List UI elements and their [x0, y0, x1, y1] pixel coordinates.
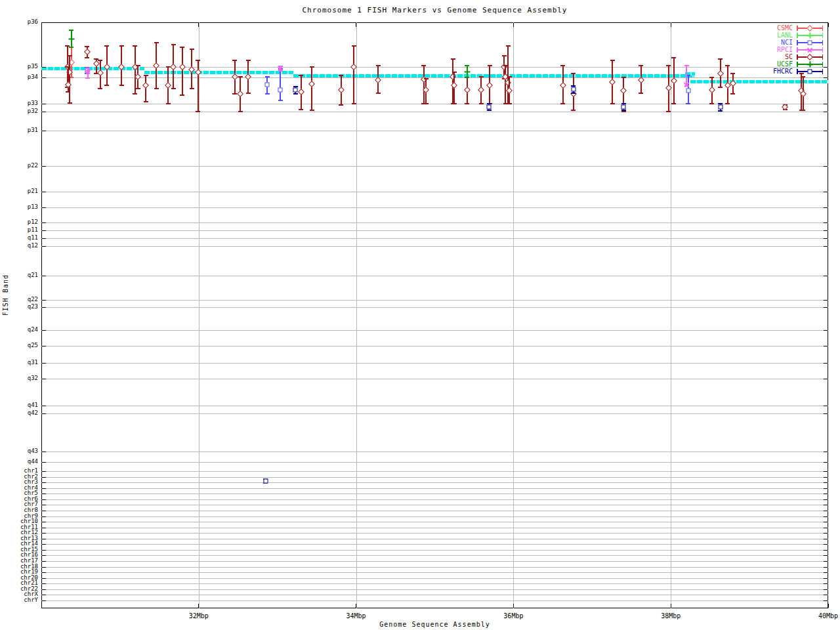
error-bar-cap-top [465, 65, 469, 66]
fhcrc-marker [293, 88, 298, 93]
y-tick-label: q41 [1, 402, 38, 408]
y-gridline [41, 462, 828, 463]
y-tick-left [42, 330, 46, 331]
error-bar-cap-top [69, 30, 74, 31]
y-tick-label: p21 [1, 188, 38, 194]
legend-sample-stroke [822, 26, 824, 31]
y-tick-label: p35 [1, 64, 38, 70]
x-tick-top [356, 23, 356, 27]
error-bar-cap-bottom [69, 47, 74, 48]
y-tick-right [824, 522, 828, 522]
y-tick-right [824, 300, 828, 301]
error-bar-cap-top [610, 60, 615, 61]
legend-sample-stroke [797, 47, 798, 52]
error-bar-cap-top [452, 72, 457, 73]
error-bar-cap-bottom [310, 110, 314, 111]
y-tick-label: q44 [1, 459, 38, 465]
legend-sample-stroke [822, 40, 824, 45]
y-gridline [41, 330, 828, 331]
y-tick-label: p22 [1, 163, 38, 169]
error-bar-cap-top [136, 65, 140, 66]
x-gridline [513, 22, 514, 608]
error-bar-cap-top [196, 60, 200, 61]
y-tick-right [824, 462, 828, 463]
error-bar-cap-bottom [487, 110, 492, 111]
error-bar-cap-top [171, 44, 176, 45]
x-tick-top [513, 23, 514, 27]
y-tick-right [824, 499, 828, 500]
y-gridline [41, 533, 828, 534]
y-tick-right [824, 494, 828, 494]
y-tick-right [824, 533, 828, 534]
y-tick-right [824, 104, 828, 104]
y-tick-left [42, 482, 46, 483]
y-tick-right [824, 222, 828, 223]
legend-marker [808, 41, 812, 45]
error-bar-cap-top [376, 65, 381, 66]
error-bar-cap-bottom [265, 93, 270, 94]
y-tick-label: q42 [1, 410, 38, 416]
y-tick-left [42, 555, 46, 556]
error-bar-line [68, 67, 69, 92]
error-bar-cap-bottom [571, 93, 576, 94]
y-tick-label: q25 [1, 343, 38, 348]
error-bar-cap-top [85, 46, 89, 47]
error-bar-cap-bottom [85, 77, 90, 79]
y-tick-left [42, 494, 46, 494]
y-gridline [41, 505, 828, 505]
y-gridline [41, 413, 828, 414]
x-gridline [199, 22, 200, 608]
y-tick-left [42, 471, 46, 472]
error-bar-cap-bottom [66, 91, 70, 93]
legend-label: FHCRC [773, 68, 793, 75]
y-gridline [41, 300, 828, 301]
error-bar-cap-bottom [424, 103, 429, 104]
y-tick-left [42, 544, 46, 545]
legend-sample-stroke [797, 33, 798, 38]
y-gridline [41, 488, 828, 489]
y-tick-left [42, 578, 46, 579]
y-tick-right [824, 544, 828, 545]
y-tick-right [824, 528, 828, 528]
y-tick-left [42, 276, 46, 276]
error-bar-cap-top [133, 45, 137, 47]
error-bar-cap-bottom [154, 88, 159, 89]
y-tick-left [42, 572, 46, 573]
legend-sample-stroke [797, 26, 798, 31]
marker-stroke [807, 35, 813, 37]
marker-stroke [68, 39, 74, 40]
y-tick-left [42, 207, 46, 208]
y-tick-label: p34 [1, 74, 38, 80]
error-bar-cap-top [190, 49, 194, 50]
y-tick-right [824, 379, 828, 379]
y-gridline [41, 346, 828, 346]
error-bar-cap-bottom [376, 93, 381, 94]
error-bar-cap-top [671, 57, 676, 58]
ucsf-marker [68, 36, 74, 42]
x-tick-label: 34Mbp [346, 612, 366, 620]
legend-sample-stroke [797, 62, 798, 67]
error-bar-cap-bottom [666, 111, 671, 112]
y-tick-label: p13 [1, 204, 38, 210]
y-tick-right [824, 555, 828, 556]
ucsf-marker [464, 69, 470, 75]
y-gridline [41, 406, 828, 406]
y-gridline [41, 131, 828, 131]
fhcrc-marker [718, 105, 723, 110]
y-gridline [41, 511, 828, 511]
y-gridline [41, 477, 828, 478]
error-bar-cap-top [801, 76, 805, 77]
error-bar-cap-bottom [68, 102, 72, 104]
assembly-line-segment [41, 67, 144, 70]
y-tick-left [42, 452, 46, 452]
y-tick-left [42, 192, 46, 192]
y-axis-title: FISH Band [2, 274, 9, 316]
error-bar-cap-bottom [238, 111, 243, 112]
y-tick-left [42, 67, 46, 68]
legend-marker [807, 25, 813, 32]
error-bar-cap-bottom [85, 57, 89, 58]
y-tick-label: q31 [1, 360, 38, 366]
error-bar-cap-top [310, 66, 314, 68]
y-tick-left [42, 379, 46, 379]
error-bar-cap-bottom [352, 103, 356, 104]
